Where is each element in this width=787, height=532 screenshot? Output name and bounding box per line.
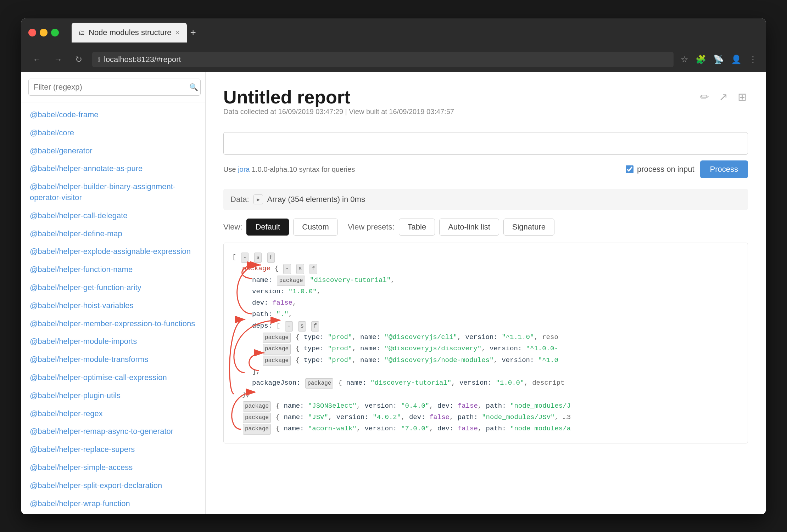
search-icon: 🔍 <box>189 83 198 91</box>
code-line-deps: deps: [ - s f <box>232 320 739 332</box>
preset-signature-button[interactable]: Signature <box>503 219 554 236</box>
sidebar-item-12[interactable]: @babel/helper-module-imports <box>21 333 205 351</box>
code-line-deps-close: ], <box>232 366 739 377</box>
query-help: Use jora 1.0.0-alpha.10 syntax for queri… <box>223 160 748 178</box>
code-line-dep2: package { type: "prod", name: "@discover… <box>232 343 739 354</box>
sidebar-item-9[interactable]: @babel/helper-get-function-arity <box>21 279 205 297</box>
code-line-jsonselect: package { name: "JSONSelect", version: "… <box>232 400 739 412</box>
address-text: localhost:8123/#report <box>104 55 181 64</box>
sidebar-item-18[interactable]: @babel/helper-replace-supers <box>21 441 205 459</box>
query-hint: Use jora 1.0.0-alpha.10 syntax for queri… <box>223 165 355 174</box>
report-title-block: Untitled report Data collected at 16/09/… <box>223 86 454 126</box>
data-label: Data: <box>230 195 249 204</box>
report-meta: Data collected at 16/09/2019 03:47:29 | … <box>223 108 454 116</box>
code-line-dev: dev: false, <box>232 297 739 309</box>
title-bar: 🗂 Node modules structure ✕ + <box>21 18 766 47</box>
sidebar-item-15[interactable]: @babel/helper-plugin-utils <box>21 387 205 405</box>
code-view: [ - s f package { - s f name: package <box>223 243 748 443</box>
sidebar-item-8[interactable]: @babel/helper-function-name <box>21 261 205 279</box>
sidebar-item-10[interactable]: @babel/helper-hoist-variables <box>21 297 205 315</box>
sidebar-item-21[interactable]: @babel/helper-wrap-function <box>21 495 205 513</box>
view-controls: View: Default Custom View presets: Table… <box>223 219 748 236</box>
minimize-button[interactable] <box>40 29 48 36</box>
info-icon: ℹ <box>98 56 100 63</box>
tab-bar: 🗂 Node modules structure ✕ + <box>72 23 759 43</box>
code-line-dep3: package { type: "prod", name: "@discover… <box>232 355 739 366</box>
sidebar-item-5[interactable]: @babel/helper-call-delegate <box>21 207 205 225</box>
code-line-version: version: "1.0.0", <box>232 286 739 297</box>
report-title: Untitled report <box>223 86 454 108</box>
forward-button[interactable]: → <box>51 53 65 66</box>
code-line-acorn: package { name: "acorn-walk", version: "… <box>232 423 739 434</box>
code-line-bracket-open: [ - s f <box>232 251 739 263</box>
edit-button[interactable]: ✏ <box>699 89 710 104</box>
view-custom-button[interactable]: Custom <box>293 219 338 236</box>
code-line-obj-close: }, <box>232 389 739 400</box>
data-expand-button[interactable]: ▸ <box>253 194 263 204</box>
code-line-package: package { - s f <box>232 263 739 274</box>
address-bar: ← → ↻ ℹ localhost:8123/#report ☆ 🧩 📡 👤 ⋮ <box>21 47 766 72</box>
data-section: Data: ▸ Array (354 elements) in 0ms <box>223 189 748 210</box>
filter-input[interactable] <box>28 79 201 96</box>
view-label: View: <box>223 222 242 232</box>
sidebar-item-4[interactable]: @babel/helper-builder-binary-assignment-… <box>21 178 205 207</box>
main-area: 🔍 @babel/code-frame @babel/core @babel/g… <box>21 72 766 514</box>
process-controls: process on input Process <box>626 160 748 178</box>
close-button[interactable] <box>28 29 36 36</box>
avatar-button[interactable]: 👤 <box>731 55 742 64</box>
traffic-lights <box>28 29 59 36</box>
sidebar-item-6[interactable]: @babel/helper-define-map <box>21 225 205 243</box>
process-button[interactable]: Process <box>700 160 748 178</box>
code-line-name: name: package "discovery-tutorial", <box>232 275 739 286</box>
process-on-input-checkbox[interactable] <box>626 165 633 173</box>
sidebar-item-7[interactable]: @babel/helper-explode-assignable-express… <box>21 243 205 261</box>
back-button[interactable]: ← <box>30 53 44 66</box>
sidebar-item-19[interactable]: @babel/helper-simple-access <box>21 459 205 477</box>
code-line-path: path: ".", <box>232 309 739 320</box>
sidebar-item-3[interactable]: @babel/helper-annotate-as-pure <box>21 160 205 178</box>
sidebar-item-0[interactable]: @babel/code-frame <box>21 106 205 124</box>
browser-actions: ☆ 🧩 📡 👤 ⋮ <box>681 55 757 64</box>
active-tab[interactable]: 🗂 Node modules structure ✕ <box>72 23 187 43</box>
sidebar-item-16[interactable]: @babel/helper-regex <box>21 405 205 423</box>
menu-button[interactable]: ⋮ <box>749 55 757 64</box>
bookmark-button[interactable]: ☆ <box>681 55 688 64</box>
sidebar-item-20[interactable]: @babel/helper-split-export-declaration <box>21 477 205 495</box>
report-header: Untitled report Data collected at 16/09/… <box>223 86 748 126</box>
refresh-button[interactable]: ↻ <box>72 53 85 66</box>
sidebar-item-13[interactable]: @babel/helper-module-transforms <box>21 351 205 369</box>
sidebar-list: @babel/code-frame @babel/core @babel/gen… <box>21 102 205 514</box>
data-info: Array (354 elements) in 0ms <box>267 195 365 204</box>
process-on-input-label[interactable]: process on input <box>626 165 694 174</box>
preset-table-button[interactable]: Table <box>399 219 435 236</box>
code-line-jsv: package { name: "JSV", version: "4.0.2",… <box>232 412 739 423</box>
tab-icon: 🗂 <box>79 29 85 36</box>
preset-autolink-button[interactable]: Auto-link list <box>439 219 499 236</box>
extension-button[interactable]: 🧩 <box>696 55 706 64</box>
sidebar-item-22[interactable]: @babel/helpers <box>21 513 205 514</box>
jora-link[interactable]: jora <box>238 165 250 173</box>
sidebar-item-2[interactable]: @babel/generator <box>21 142 205 160</box>
sidebar-item-11[interactable]: @babel/helper-member-expression-to-funct… <box>21 315 205 333</box>
tab-close-button[interactable]: ✕ <box>175 29 180 36</box>
sidebar-item-1[interactable]: @babel/core <box>21 124 205 142</box>
code-line-dep1: package { type: "prod", name: "@discover… <box>232 332 739 343</box>
sidebar: 🔍 @babel/code-frame @babel/core @babel/g… <box>21 72 206 514</box>
tab-title: Node modules structure <box>89 28 172 37</box>
sidebar-item-17[interactable]: @babel/helper-remap-async-to-generator <box>21 423 205 441</box>
process-on-input-text: process on input <box>637 165 694 174</box>
content-area: Untitled report Data collected at 16/09/… <box>206 72 766 514</box>
presets-label: View presets: <box>348 222 395 232</box>
code-line-packagejson: packageJson: package { name: "discovery-… <box>232 377 739 389</box>
cast-button[interactable]: 📡 <box>713 55 724 64</box>
view-default-button[interactable]: Default <box>246 219 289 236</box>
sidebar-item-14[interactable]: @babel/helper-optimise-call-expression <box>21 369 205 387</box>
report-actions: ✏ ↗ ⊞ <box>699 89 748 104</box>
query-input[interactable] <box>223 132 748 155</box>
expand-button[interactable]: ⊞ <box>736 89 748 104</box>
share-button[interactable]: ↗ <box>718 89 729 104</box>
maximize-button[interactable] <box>51 29 59 36</box>
red-arrows-svg <box>223 288 294 443</box>
new-tab-button[interactable]: + <box>190 27 196 38</box>
address-input[interactable]: ℹ localhost:8123/#report <box>92 52 674 67</box>
